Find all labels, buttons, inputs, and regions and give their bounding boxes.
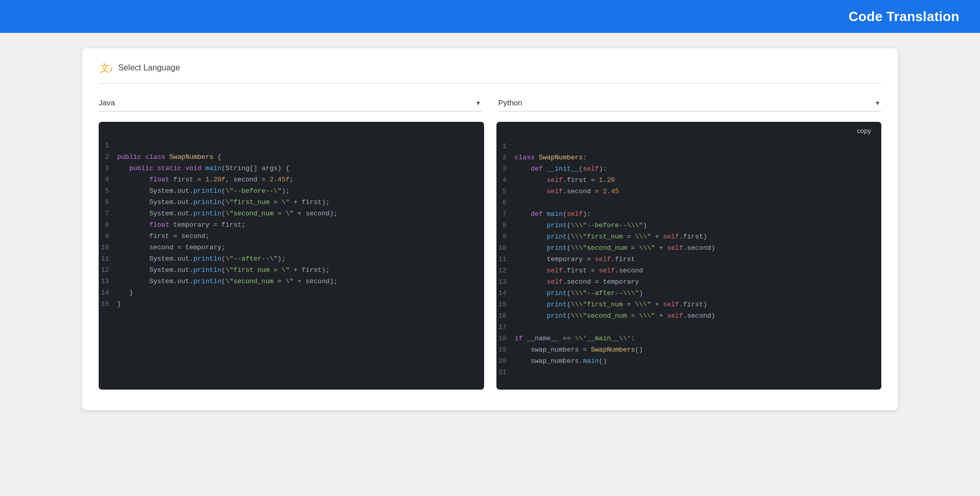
java-line-5: 5 System.out.println(\"--before--\");	[99, 187, 484, 198]
java-line-6: 6 System.out.println(\"first_num = \" + …	[99, 198, 484, 209]
java-line-11: 11 System.out.println(\"--after--\");	[99, 254, 484, 266]
python-code-panel: copy 1 2 class SwapNumbers: 3 def __init…	[496, 122, 882, 390]
source-language-select[interactable]: Java Python C++ JavaScript C#	[99, 94, 482, 112]
java-line-15: 15 }	[99, 300, 484, 311]
java-line-1: 1	[99, 141, 484, 153]
svg-text:文A: 文A	[100, 62, 112, 74]
java-line-12: 12 System.out.println(\"first num = \" +…	[99, 266, 484, 277]
java-code-panel: 1 2 public class SwapNumbers { 3 public …	[99, 122, 484, 390]
copy-button[interactable]: copy	[854, 126, 874, 136]
select-language-label: Select Language	[118, 63, 180, 72]
java-panel-header	[99, 122, 484, 139]
py-line-16: 16 print(\\\"second_num = \\\" + self.se…	[496, 311, 882, 323]
java-line-2: 2 public class SwapNumbers {	[99, 153, 484, 164]
code-panels-row: 1 2 public class SwapNumbers { 3 public …	[99, 122, 881, 390]
app-header: Code Translation	[0, 0, 980, 33]
java-code-area: 1 2 public class SwapNumbers { 3 public …	[99, 139, 484, 321]
py-line-2: 2 class SwapNumbers:	[496, 153, 882, 164]
py-line-15: 15 print(\\\"first_num = \\\" + self.fir…	[496, 300, 882, 311]
select-language-row: 文A Select Language	[99, 61, 881, 75]
java-line-14: 14 }	[99, 288, 484, 300]
target-language-select[interactable]: Python Java C++ JavaScript C#	[498, 94, 882, 112]
python-panel-header: copy	[496, 122, 882, 140]
py-line-17: 17	[496, 323, 882, 334]
py-line-19: 19 swap_numbers = SwapNumbers()	[496, 345, 882, 357]
main-card: 文A Select Language Java Python C++ JavaS…	[82, 48, 898, 410]
py-line-7: 7 def main(self):	[496, 210, 882, 221]
py-line-11: 11 temporary = self.first	[496, 255, 882, 266]
java-line-4: 4 float first = 1.20f, second = 2.45f;	[99, 175, 484, 187]
target-language-dropdown-wrapper: Python Java C++ JavaScript C# ▾	[498, 94, 882, 112]
dropdowns-row: Java Python C++ JavaScript C# ▾ Python J…	[99, 94, 881, 112]
py-line-1: 1	[496, 142, 882, 153]
py-line-5: 5 self.second = 2.45	[496, 187, 882, 198]
java-line-8: 8 float temporary = first;	[99, 221, 484, 232]
java-line-3: 3 public static void main(String[] args)…	[99, 164, 484, 175]
translate-icon: 文A	[99, 61, 113, 75]
source-language-dropdown-wrapper: Java Python C++ JavaScript C# ▾	[99, 94, 482, 112]
py-line-13: 13 self.second = temporary	[496, 278, 882, 289]
java-line-9: 9 first = second;	[99, 232, 484, 243]
main-content: 文A Select Language Java Python C++ JavaS…	[0, 33, 980, 426]
app-title: Code Translation	[848, 9, 959, 25]
py-line-21: 21	[496, 368, 882, 379]
java-line-13: 13 System.out.println(\"second_num = \" …	[99, 277, 484, 288]
py-line-20: 20 swap_numbers.main()	[496, 357, 882, 368]
py-line-4: 4 self.first = 1.20	[496, 176, 882, 187]
divider	[99, 83, 881, 84]
py-line-6: 6	[496, 198, 882, 210]
py-line-14: 14 print(\\\"--after--\\\")	[496, 289, 882, 300]
py-line-8: 8 print(\\\"--before--\\\")	[496, 221, 882, 232]
java-line-10: 10 second = temporary;	[99, 243, 484, 254]
py-line-12: 12 self.first = self.second	[496, 266, 882, 278]
java-line-7: 7 System.out.println(\"second_num = \" +…	[99, 209, 484, 221]
py-line-10: 10 print(\\\"second_num = \\\" + self.se…	[496, 244, 882, 255]
py-line-9: 9 print(\\\"first_num = \\\" + self.firs…	[496, 232, 882, 244]
python-code-area: 1 2 class SwapNumbers: 3 def __init__(se…	[496, 140, 882, 390]
py-line-3: 3 def __init__(self):	[496, 164, 882, 176]
py-line-18: 18 if __name__ == \\'__main__\\':	[496, 334, 882, 345]
